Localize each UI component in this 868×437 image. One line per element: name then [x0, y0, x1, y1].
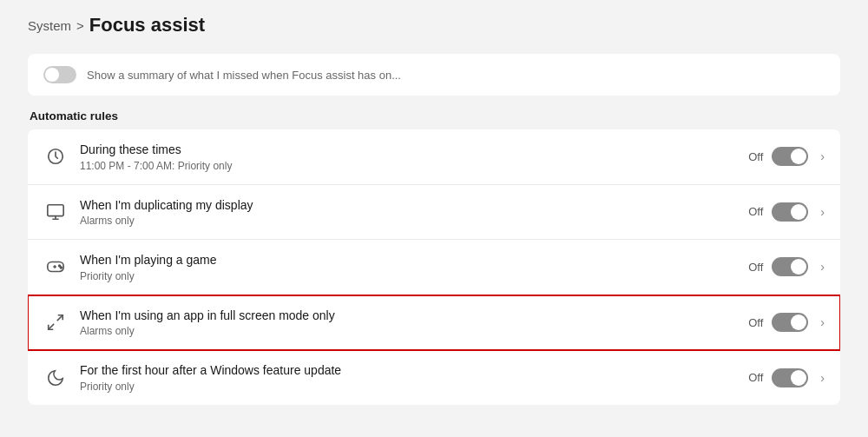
rule-subtitle-fullscreen: Alarms only — [80, 325, 736, 337]
svg-point-8 — [61, 267, 62, 268]
rule-text-during-times: During these times 11:00 PM - 7:00 AM: P… — [80, 142, 736, 172]
breadcrumb: System > Focus assist — [28, 14, 840, 36]
rule-title-during-times: During these times — [80, 142, 736, 159]
rule-item-during-times[interactable]: During these times 11:00 PM - 7:00 AM: P… — [28, 129, 840, 185]
clock-icon — [43, 144, 68, 169]
rule-title-feature-update: For the first hour after a Windows featu… — [80, 362, 736, 380]
rule-item-duplicating-display[interactable]: When I'm duplicating my display Alarms o… — [28, 185, 840, 241]
rule-subtitle-game: Priority only — [80, 270, 736, 282]
chevron-game: › — [820, 260, 825, 274]
rule-item-feature-update[interactable]: For the first hour after a Windows featu… — [28, 350, 840, 405]
off-label-during-times: Off — [748, 150, 763, 163]
toggle-during-times[interactable] — [772, 147, 808, 166]
rule-subtitle-during-times: 11:00 PM - 7:00 AM: Priority only — [80, 160, 736, 172]
chevron-fullscreen: › — [820, 315, 825, 329]
automatic-rules-section: Automatic rules During these times 11:00… — [28, 109, 840, 405]
chevron-during-times: › — [820, 149, 825, 163]
rules-list: During these times 11:00 PM - 7:00 AM: P… — [28, 129, 840, 405]
page-container: System > Focus assist Show a summary of … — [0, 0, 868, 426]
svg-line-10 — [49, 324, 54, 329]
rule-text-feature-update: For the first hour after a Windows featu… — [80, 362, 736, 393]
rule-item-fullscreen[interactable]: When I'm using an app in full screen mod… — [28, 295, 840, 351]
toggle-fullscreen[interactable] — [772, 313, 808, 332]
toggle-duplicating[interactable] — [772, 202, 808, 222]
toggle-feature-update[interactable] — [772, 368, 808, 387]
summary-text: Show a summary of what I missed when Foc… — [87, 69, 401, 82]
svg-line-9 — [57, 315, 62, 321]
off-label-duplicating: Off — [748, 205, 763, 218]
rule-item-playing-game[interactable]: When I'm playing a game Priority only Of… — [28, 240, 840, 295]
chevron-duplicating: › — [820, 205, 825, 219]
summary-row: Show a summary of what I missed when Foc… — [28, 54, 840, 96]
fullscreen-icon — [43, 310, 68, 334]
rule-subtitle-duplicating: Alarms only — [80, 215, 736, 227]
page-title: Focus assist — [89, 14, 205, 36]
section-label: Automatic rules — [28, 109, 840, 122]
off-label-game: Off — [748, 261, 763, 274]
rule-text-fullscreen: When I'm using an app in full screen mod… — [80, 308, 736, 338]
rule-title-duplicating: When I'm duplicating my display — [80, 197, 736, 215]
rule-text-game: When I'm playing a game Priority only — [80, 252, 736, 282]
rule-text-duplicating: When I'm duplicating my display Alarms o… — [80, 197, 736, 228]
chevron-feature-update: › — [820, 371, 825, 385]
off-label-fullscreen: Off — [748, 316, 763, 329]
off-label-feature-update: Off — [748, 371, 763, 384]
rule-title-fullscreen: When I'm using an app in full screen mod… — [80, 308, 736, 325]
rule-right-duplicating: Off › — [748, 202, 825, 222]
summary-toggle[interactable] — [43, 66, 76, 83]
breadcrumb-separator: > — [76, 18, 84, 33]
game-icon — [43, 255, 68, 279]
rule-right-fullscreen: Off › — [748, 313, 825, 332]
rule-title-game: When I'm playing a game — [80, 252, 736, 269]
rule-subtitle-feature-update: Priority only — [80, 381, 736, 393]
display-icon — [43, 200, 68, 224]
breadcrumb-system[interactable]: System — [28, 18, 71, 33]
moon-icon — [43, 366, 68, 390]
rule-right-game: Off › — [748, 257, 825, 276]
rule-right-during-times: Off › — [748, 147, 825, 166]
svg-rect-1 — [48, 205, 63, 216]
toggle-game[interactable] — [772, 257, 808, 276]
rule-right-feature-update: Off › — [748, 368, 825, 387]
